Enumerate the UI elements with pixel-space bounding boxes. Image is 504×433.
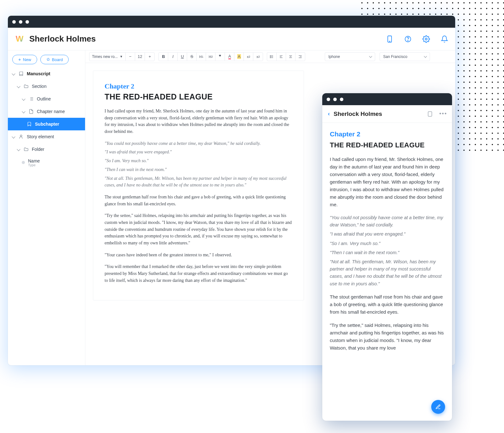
- dialogue: "I was afraid that you were engaged.": [330, 231, 444, 238]
- traffic-light-minimize[interactable]: [333, 98, 337, 101]
- font-family-select[interactable]: Times new ro... ▼: [89, 53, 126, 61]
- preview-body[interactable]: Chapter 2 THE RED-HEADED LEAGUE I had ca…: [322, 123, 452, 421]
- paragraph: I had called upon my friend, Mr. Sherloc…: [105, 108, 292, 135]
- tree-navigation: Manuscript Section Outline Chapter name: [8, 67, 85, 169]
- document-title: Sherlock Holmes: [29, 34, 96, 44]
- bullet-list-button[interactable]: [267, 53, 277, 61]
- font-size-value[interactable]: 12: [135, 53, 145, 61]
- text-style-group: B I U S H1 H2 ❞ A A x2 x2: [158, 52, 263, 61]
- highlight-button[interactable]: A: [234, 53, 244, 61]
- traffic-light-zoom[interactable]: [26, 20, 29, 24]
- svg-point-4: [425, 38, 427, 40]
- text-color-button[interactable]: A: [225, 53, 234, 61]
- blockquote-button[interactable]: ❞: [215, 53, 225, 61]
- element-bullet-icon: [22, 161, 25, 164]
- device-select[interactable]: Iphone: [325, 52, 375, 61]
- dialogue: "Then I can wait in the next room.": [105, 166, 292, 173]
- tree-label: Section: [32, 84, 47, 89]
- tree-label: Manuscript: [27, 71, 50, 76]
- list-icon: [29, 96, 34, 101]
- preview-titlebar: [322, 93, 452, 105]
- tree-sublabel: Type: [28, 163, 40, 167]
- paragraph: I had called upon my friend, Mr. Sherloc…: [330, 156, 444, 208]
- dialogue: "So I am. Very much so.": [105, 157, 292, 164]
- tree-item-manuscript[interactable]: Manuscript: [8, 67, 85, 80]
- subscript-button[interactable]: x2: [244, 53, 253, 61]
- theme-select[interactable]: San Francisco: [380, 52, 430, 61]
- device-preview-window: ‹ Sherlock Holmes ••• Chapter 2 THE RED-…: [322, 93, 452, 421]
- tree-item-story-element[interactable]: Story element: [8, 130, 85, 143]
- more-icon[interactable]: •••: [440, 111, 446, 117]
- svg-point-16: [270, 56, 271, 57]
- underline-button[interactable]: U: [178, 53, 187, 61]
- svg-point-11: [20, 135, 22, 137]
- tree-item-outline[interactable]: Outline: [8, 93, 85, 105]
- dialogue: "Then I can wait in the next room.": [330, 249, 444, 256]
- chapter-label: Chapter 2: [105, 82, 292, 90]
- tree-label: Name: [28, 158, 40, 163]
- paragraph: "Try the settee," said Holmes, relapsing…: [105, 212, 292, 246]
- traffic-light-zoom[interactable]: [340, 98, 343, 101]
- font-controls: Times new ro... ▼ − 12 +: [89, 52, 155, 61]
- traffic-light-minimize[interactable]: [19, 20, 22, 24]
- tree-label: Story element: [27, 134, 54, 139]
- align-group: [267, 52, 305, 61]
- strikethrough-button[interactable]: S: [187, 53, 197, 61]
- sidebar: +New Board Manuscript Section: [8, 50, 85, 365]
- paragraph: "Your cases have indeed been of the grea…: [105, 252, 292, 259]
- pin-icon: [46, 58, 50, 61]
- tree-item-section[interactable]: Section: [8, 80, 85, 93]
- back-button[interactable]: ‹: [328, 111, 330, 117]
- tree-label: Outline: [37, 96, 51, 101]
- edit-fab[interactable]: [431, 400, 445, 414]
- document-page[interactable]: Chapter 2 THE RED-HEADED LEAGUE I had ca…: [93, 71, 304, 300]
- svg-point-17: [270, 57, 271, 58]
- tree-item-subchapter[interactable]: Subchapter: [8, 118, 85, 130]
- tree-item-folder[interactable]: Folder: [8, 143, 85, 156]
- italic-button[interactable]: I: [168, 53, 178, 61]
- superscript-button[interactable]: x2: [253, 53, 263, 61]
- tree-label: Subchapter: [35, 122, 59, 127]
- chapter-label: Chapter 2: [330, 130, 444, 138]
- dialogue: "You could not possibly havxe come at a …: [105, 140, 292, 147]
- paragraph: The stout gentleman half rose from his c…: [330, 293, 444, 316]
- board-button[interactable]: Board: [40, 55, 69, 64]
- heading1-button[interactable]: H1: [197, 53, 206, 61]
- align-right-button[interactable]: [295, 53, 305, 61]
- folder-icon: [24, 84, 29, 89]
- device-preview-icon[interactable]: [386, 35, 393, 43]
- svg-rect-27: [428, 111, 432, 116]
- person-icon: [19, 134, 24, 139]
- align-center-button[interactable]: [286, 53, 295, 61]
- book-icon: [19, 71, 24, 76]
- svg-point-3: [408, 40, 408, 41]
- chapter-title: THE RED-HEADED LEAGUE: [330, 141, 444, 149]
- tree-label: Chapter name: [37, 109, 65, 114]
- traffic-light-close[interactable]: [327, 98, 330, 101]
- paragraph: "Try the settee," said Holmes, relapsing…: [330, 322, 444, 352]
- chapter-title: THE RED-HEADED LEAGUE: [105, 92, 292, 101]
- heading2-button[interactable]: H2: [206, 53, 215, 61]
- dialogue: "Not at all. This gentleman, Mr. Wilson,…: [105, 175, 292, 189]
- dialogue: "I was afraid that you were engaged.": [105, 149, 292, 156]
- folder-icon: [24, 147, 29, 152]
- preview-title: Sherlock Holmes: [334, 111, 420, 117]
- book-icon[interactable]: [427, 111, 433, 117]
- font-size-decrease[interactable]: −: [126, 53, 135, 61]
- dialogue: "Not at all. This gentleman, Mr. Wilson,…: [330, 258, 444, 288]
- notifications-icon[interactable]: [441, 35, 448, 43]
- traffic-light-close[interactable]: [12, 20, 16, 24]
- bookmark-icon: [27, 122, 32, 127]
- paragraph: "You will remember that I remarked the o…: [105, 263, 292, 284]
- align-left-button[interactable]: [277, 53, 286, 61]
- tree-item-chapter[interactable]: Chapter name: [8, 105, 85, 118]
- bold-button[interactable]: B: [159, 53, 168, 61]
- help-icon[interactable]: [404, 35, 412, 43]
- new-button[interactable]: +New: [12, 55, 37, 64]
- tree-item-element[interactable]: Name Type: [8, 156, 85, 169]
- file-icon: [29, 109, 34, 114]
- app-header: W Sherlock Holmes: [8, 28, 455, 50]
- settings-icon[interactable]: [422, 35, 430, 43]
- preview-header: ‹ Sherlock Holmes •••: [322, 105, 452, 123]
- font-size-increase[interactable]: +: [145, 53, 154, 61]
